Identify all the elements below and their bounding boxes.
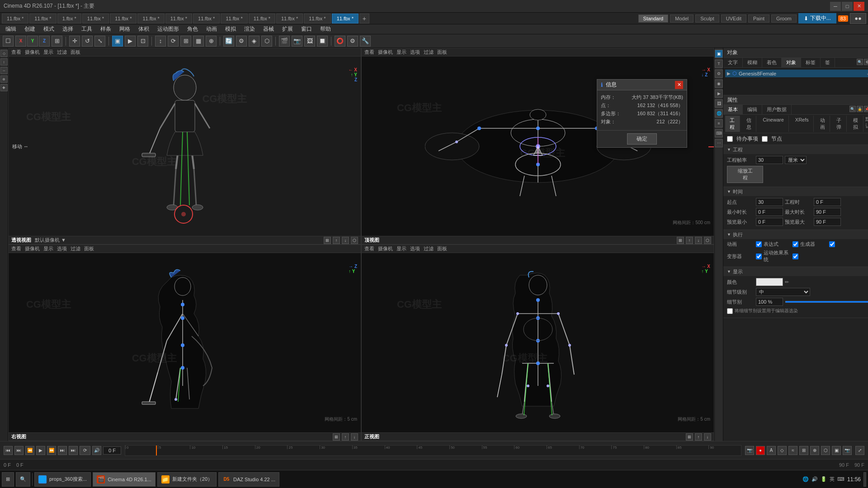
props-sub-simulate[interactable]: 模拟 bbox=[849, 116, 863, 132]
close-button[interactable]: ✕ bbox=[854, 2, 864, 11]
vp-right-nav-filter[interactable]: 过滤 bbox=[71, 245, 80, 252]
vp-right-nav-camera[interactable]: 摄像机 bbox=[25, 245, 40, 252]
tab-6[interactable]: 11.fbx * bbox=[137, 14, 164, 23]
toolbar-snap-icon[interactable]: 🔄 bbox=[223, 36, 234, 47]
vp-front-icon1[interactable]: ⊞ bbox=[686, 433, 693, 441]
toolbar-scale-icon[interactable]: ⤡ bbox=[94, 36, 105, 47]
vp-front-nav-panel[interactable]: 面板 bbox=[437, 245, 447, 252]
detail-input[interactable] bbox=[756, 298, 783, 306]
menu-create[interactable]: 创建 bbox=[21, 24, 39, 34]
vp-right-nav-option[interactable]: 选项 bbox=[57, 245, 67, 252]
props-execute-header[interactable]: ▼ 执行 bbox=[723, 230, 868, 239]
tab-4[interactable]: 11.fbx * bbox=[82, 14, 109, 23]
tl-key-button[interactable]: ◇ bbox=[778, 446, 787, 455]
tab-10[interactable]: 11.fbx * bbox=[249, 14, 275, 23]
start-button[interactable]: ⊞ bbox=[2, 472, 14, 487]
menu-volume[interactable]: 体积 bbox=[135, 24, 153, 34]
obj-tab-sign[interactable]: 签 bbox=[821, 58, 835, 67]
right-icon-more[interactable]: ⋯ bbox=[715, 139, 723, 147]
toolbar-z-icon[interactable]: Z bbox=[39, 36, 50, 47]
menu-mesh[interactable]: 网格 bbox=[116, 24, 134, 34]
obj-search-icon[interactable]: 🔍 bbox=[857, 59, 863, 65]
tab-add-button[interactable]: + bbox=[359, 14, 369, 23]
vp-right-nav-view[interactable]: 查看 bbox=[11, 245, 21, 252]
toolbar-x-icon[interactable]: X bbox=[15, 36, 26, 47]
props-display-header[interactable]: ▼ 显示 bbox=[723, 267, 868, 276]
toolbar-render-all-icon[interactable]: ⊡ bbox=[137, 36, 148, 47]
menu-select[interactable]: 选择 bbox=[59, 24, 77, 34]
mode-groom[interactable]: Groom bbox=[771, 14, 797, 23]
vp-perspective-icon2[interactable]: ↑ bbox=[333, 237, 340, 244]
obj-filter-icon[interactable]: ⚙ bbox=[864, 59, 868, 65]
scale-project-button[interactable]: 缩放工程 bbox=[727, 166, 763, 183]
toolbar-obj-scale-icon[interactable]: ⊞ bbox=[180, 36, 191, 47]
props-pin-icon[interactable]: 📌 bbox=[864, 106, 868, 112]
color-swatch[interactable] bbox=[756, 278, 783, 286]
vp-front-nav-view[interactable]: 查看 bbox=[364, 245, 374, 252]
right-icon-mat[interactable]: ◉ bbox=[715, 80, 723, 88]
right-icon-scene[interactable]: 🌐 bbox=[715, 109, 723, 117]
obj-tab-text[interactable]: 文字 bbox=[723, 58, 743, 67]
obj-tab-shade[interactable]: 着色 bbox=[762, 58, 782, 67]
tl-next-button[interactable]: ⏭ bbox=[58, 446, 67, 455]
minimize-button[interactable]: ─ bbox=[830, 2, 841, 11]
fps-input[interactable] bbox=[756, 156, 783, 164]
download-button[interactable]: ⬇ 下载中... bbox=[798, 13, 836, 23]
props-tab-edit[interactable]: 编辑 bbox=[743, 105, 762, 114]
vp-front-nav-camera[interactable]: 摄像机 bbox=[378, 245, 393, 252]
vp-nav-view[interactable]: 查看 bbox=[11, 49, 21, 56]
toolbar-obj-move-icon[interactable]: ↕ bbox=[155, 36, 166, 47]
tab-1[interactable]: 11.fbx * bbox=[2, 14, 28, 23]
lod-select[interactable]: 中 低 高 bbox=[756, 288, 810, 296]
tl-icon3[interactable]: ⊕ bbox=[810, 446, 819, 455]
motion-checkbox[interactable] bbox=[793, 253, 798, 259]
vp-top-icon4[interactable]: ⬡ bbox=[704, 237, 711, 244]
tl-loop-button[interactable]: ⟳ bbox=[80, 446, 90, 455]
toolbar-icon8[interactable]: ⚙ bbox=[347, 36, 358, 47]
props-tab-userdata[interactable]: 用户数据 bbox=[762, 105, 792, 114]
detail-slider[interactable] bbox=[785, 301, 868, 303]
left-tool-5[interactable]: ✚ bbox=[0, 84, 8, 91]
vp-right-icon2[interactable]: ↑ bbox=[342, 433, 349, 441]
expr-checkbox[interactable] bbox=[793, 241, 798, 247]
taskbar-c4d-button[interactable]: 🎬 Cinema 4D R26.1... bbox=[93, 472, 156, 487]
props-project-header[interactable]: ▼ 工程 bbox=[723, 145, 868, 154]
obj-tab-tag[interactable]: 标签 bbox=[801, 58, 821, 67]
mode-standard[interactable]: Standard bbox=[638, 14, 669, 23]
vp-nav-panel[interactable]: 面板 bbox=[71, 49, 80, 56]
vp-top-nav-view[interactable]: 查看 bbox=[364, 49, 374, 56]
tl-view-button[interactable]: 📷 bbox=[745, 446, 754, 455]
left-tool-2[interactable]: ↕ bbox=[0, 58, 8, 66]
toolbar-obj-icon2[interactable]: ▦ bbox=[193, 36, 204, 47]
prev-min-input[interactable] bbox=[756, 218, 783, 226]
detail-note-checkbox[interactable] bbox=[727, 308, 733, 314]
toolbar-obj-icon3[interactable]: ⊕ bbox=[206, 36, 217, 47]
tl-sound-button[interactable]: 🔊 bbox=[92, 446, 101, 455]
menu-simulate[interactable]: 模拟 bbox=[222, 24, 240, 34]
anim-checkbox[interactable] bbox=[756, 241, 762, 247]
menu-mograph[interactable]: 运动图形 bbox=[154, 24, 183, 34]
props-sub-anim[interactable]: 动画 bbox=[816, 116, 830, 132]
toolbar-snap2-icon[interactable]: ⚙ bbox=[236, 36, 247, 47]
toolbar-icon5[interactable]: ◈ bbox=[249, 36, 259, 47]
toolbar-render4-icon[interactable]: 🖼 bbox=[304, 36, 315, 47]
toggle-button[interactable]: ●● bbox=[850, 13, 866, 24]
vp-right-nav-display[interactable]: 显示 bbox=[43, 245, 53, 252]
right-icon-layer[interactable]: ≡ bbox=[715, 119, 723, 127]
right-icon-anim[interactable]: ▶ bbox=[715, 89, 723, 98]
color-edit-icon[interactable]: ✏ bbox=[785, 279, 789, 285]
toolbar-render3-icon[interactable]: 📷 bbox=[292, 36, 302, 47]
tab-9[interactable]: 11.fbx * bbox=[221, 14, 247, 23]
tl-motion-button[interactable]: ≈ bbox=[788, 446, 797, 455]
menu-render[interactable]: 渲染 bbox=[241, 24, 259, 34]
mode-uvedit[interactable]: UVEdit bbox=[721, 14, 746, 23]
toolbar-grid-icon[interactable]: ⊞ bbox=[52, 36, 62, 47]
min-input[interactable] bbox=[756, 208, 783, 216]
vp-right-icon1[interactable]: ⊞ bbox=[333, 433, 340, 441]
unit-select[interactable]: 厘米 bbox=[785, 156, 807, 164]
props-tab-basic[interactable]: 基本 bbox=[723, 105, 743, 114]
menu-character[interactable]: 角色 bbox=[184, 24, 202, 34]
right-icon-script[interactable]: ⌨ bbox=[715, 129, 723, 137]
vp-top-icon2[interactable]: ↑ bbox=[686, 237, 693, 244]
tl-current-frame[interactable] bbox=[103, 446, 121, 455]
